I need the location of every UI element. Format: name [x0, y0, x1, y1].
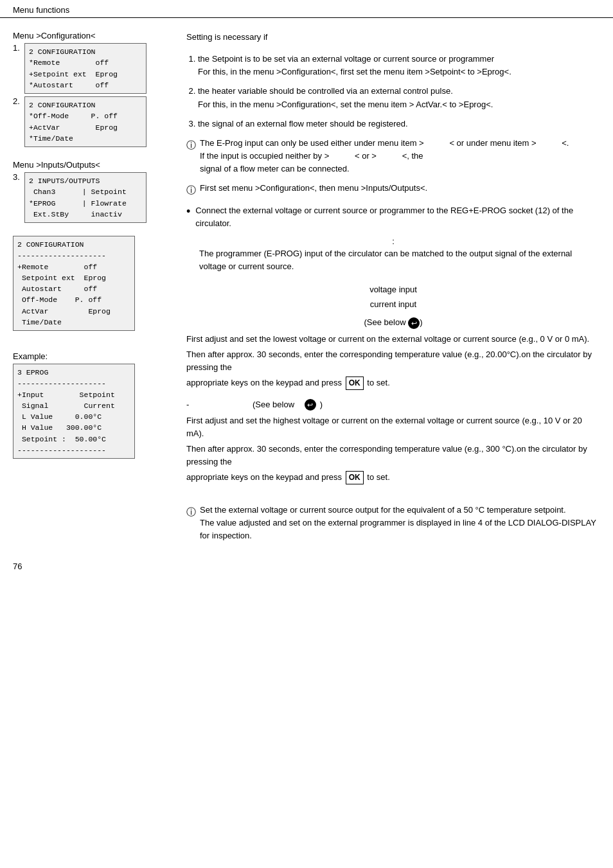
ordered-list: the Setpoint is to be set via an externa…: [186, 53, 600, 130]
para2-line3: appropriate keys on the keypad and press…: [186, 471, 600, 484]
info-block-3-text: Set the external voltage or current sour…: [200, 504, 600, 542]
see-below-1: (See below ↩): [186, 317, 600, 329]
ol-item-3-main: the signal of an external flow meter sho…: [198, 119, 408, 128]
ol-item-2-sub: For this, in the menu >Configuration<, s…: [198, 100, 493, 109]
arrow-icon-1: ↩: [408, 317, 420, 329]
config-item-1: 1. 2 CONFIGURATION *Remote off +Setpoint…: [13, 43, 173, 95]
menu-io-label: Menu >Inputs/Outputs<: [13, 160, 173, 170]
ol-item-2: the heater variable should be controlled…: [198, 85, 600, 111]
config-item-2: 2. 2 CONFIGURATION *Off-Mode P. off +Act…: [13, 96, 173, 148]
info-block-1-text: The E-Prog input can only be used either…: [200, 137, 569, 175]
page-number: 76: [13, 562, 22, 571]
lcd-box-5: 3 EPROG -------------------- +Input Setp…: [13, 364, 135, 459]
menu-config-label: Menu >Configuration<: [13, 31, 173, 40]
arrow-icon-2: ↩: [305, 399, 316, 411]
para1-line3-end: to set.: [367, 378, 389, 387]
info-icon-1: ⓘ: [186, 137, 196, 152]
para1-line3-start: appropriate keys on the keypad and press: [186, 378, 342, 387]
left-column: Menu >Configuration< 1. 2 CONFIGURATION …: [13, 31, 173, 549]
menu-config-section: Menu >Configuration< 1. 2 CONFIGURATION …: [13, 31, 173, 148]
example-section: Example: 3 EPROG -------------------- +I…: [13, 351, 173, 460]
ol-item-1: the Setpoint is to be set via an externa…: [198, 53, 600, 78]
info3-line2: The value adjusted and set on the extern…: [200, 518, 596, 540]
para2-line3-end: to set.: [367, 472, 389, 482]
page-header: Menu functions: [0, 0, 613, 18]
para2-line1: First adjust and set the highest voltage…: [186, 414, 600, 440]
info-block-2: ⓘ First set menu >Configuration<, then m…: [186, 182, 600, 197]
voltage-current: voltage input current input: [186, 282, 600, 312]
ol-item-1-main: the Setpoint is to be set via an externa…: [198, 54, 494, 64]
programmer-text: The programmer (E-PROG) input of the cir…: [199, 247, 600, 273]
setting-necessary-text: Setting is necessary if: [186, 31, 600, 44]
para2-line2: Then after approx. 30 seconds, enter the…: [186, 443, 600, 468]
right-column: Setting is necessary if the Setpoint is …: [186, 31, 600, 549]
dash-symbol: -: [186, 400, 189, 409]
lcd-box-2: 2 CONFIGURATION *Off-Mode P. off +ActVar…: [24, 96, 147, 147]
see-below-2-text: (See below: [253, 400, 294, 409]
header-title: Menu functions: [13, 5, 69, 15]
para1-line1: First adjust and set the lowest voltage …: [186, 333, 600, 346]
info-block-3: ⓘ Set the external voltage or current so…: [186, 504, 600, 542]
ol-item-2-main: the heater variable should be controlled…: [198, 86, 453, 96]
info-icon-2: ⓘ: [186, 182, 196, 197]
ok-button-1: OK: [346, 376, 364, 390]
lcd-box-3: 2 INPUTS/OUTPUTS Chan3 | Setpoint *EPROG…: [24, 172, 147, 223]
ok-button-2: OK: [346, 471, 364, 484]
bullet-block-1: • Connect the external voltage or curren…: [186, 204, 600, 230]
info-block-1: ⓘ The E-Prog input can only be used eith…: [186, 137, 600, 175]
para1: First adjust and set the lowest voltage …: [186, 333, 600, 390]
para1-line3: appropriate keys on the keypad and press…: [186, 376, 600, 390]
dash-line: - (See below ↩): [186, 399, 600, 411]
bullet-block-1-text: Connect the external voltage or current …: [195, 204, 600, 230]
menu-io-section: Menu >Inputs/Outputs< 3. 2 INPUTS/OUTPUT…: [13, 160, 173, 224]
info-block-2-text: First set menu >Configuration<, then men…: [200, 182, 427, 195]
ol-item-3: the signal of an external flow meter sho…: [198, 118, 600, 130]
item2-num: 2.: [13, 96, 24, 106]
lcd-box-1: 2 CONFIGURATION *Remote off +Setpoint ex…: [24, 43, 147, 94]
voltage-input-label: voltage input: [186, 282, 600, 297]
bullet-dot-1: •: [186, 204, 190, 219]
colon-line: :: [186, 236, 600, 246]
para1-line2: Then after approx. 30 seconds, enter the…: [186, 348, 600, 374]
lcd-box-4: 2 CONFIGURATION -------------------- +Re…: [13, 236, 135, 331]
io-item-3: 3. 2 INPUTS/OUTPUTS Chan3 | Setpoint *EP…: [13, 172, 173, 224]
config-full-section: 2 CONFIGURATION -------------------- +Re…: [13, 236, 173, 332]
ol-item-1-sub: For this, in the menu >Configuration<, f…: [198, 67, 511, 76]
info3-line1: Set the external voltage or current sour…: [200, 505, 566, 515]
item1-num: 1.: [13, 43, 24, 53]
example-label: Example:: [13, 351, 173, 361]
setting-necessary: Setting is necessary if: [186, 31, 600, 44]
current-input-label: current input: [186, 297, 600, 312]
info-icon-3: ⓘ: [186, 504, 196, 519]
item3-num: 3.: [13, 172, 24, 182]
para2-line3-start: appropriate keys on the keypad and press: [186, 472, 342, 482]
para2: First adjust and set the highest voltage…: [186, 414, 600, 484]
